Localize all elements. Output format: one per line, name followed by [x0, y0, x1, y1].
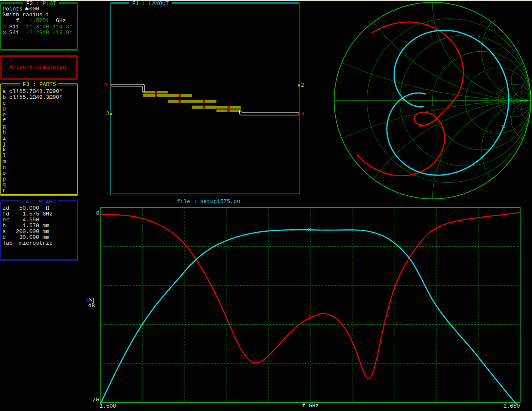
svg-text:b: b	[203, 105, 206, 110]
svg-text:b: b	[178, 93, 181, 98]
svg-text:a: a	[155, 93, 158, 98]
svg-text:a: a	[227, 108, 230, 113]
svg-text:b: b	[203, 99, 206, 104]
svg-text:b: b	[178, 99, 181, 104]
